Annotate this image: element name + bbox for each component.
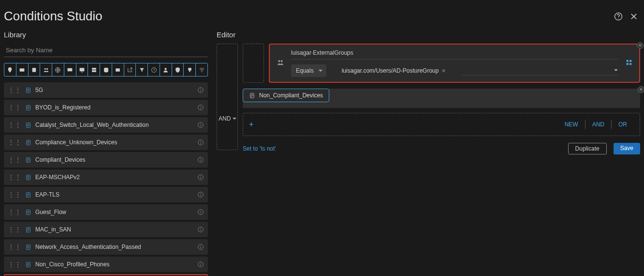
svg-rect-3 — [32, 68, 36, 72]
condition-label: Catalyst_Switch_Local_Web_Authentication — [35, 122, 193, 128]
condition-label: Non_Cisco_Profiled_Phones — [35, 261, 193, 268]
drag-handle-icon[interactable]: ⋮⋮ — [8, 86, 21, 94]
svg-point-1 — [618, 18, 618, 18]
condition-item[interactable]: ⋮⋮Non_Cisco_Profiled_Phones — [4, 257, 208, 272]
value-chip[interactable]: luisagar.com/Users/AD-PostureGroup ✕ — [339, 66, 449, 76]
condition-item[interactable]: ⋮⋮Guest_Flow — [4, 204, 208, 220]
group-drop-zone[interactable] — [217, 44, 238, 150]
filter-desktop-icon[interactable] — [64, 63, 76, 76]
attribute-picker-icon[interactable] — [626, 59, 632, 67]
help-icon[interactable] — [614, 12, 623, 21]
condition-label: 5G — [35, 87, 193, 93]
svg-rect-57 — [627, 63, 629, 65]
filter-external-icon[interactable] — [124, 63, 136, 76]
remove-rule-icon[interactable]: ✕ — [637, 42, 644, 49]
info-icon[interactable] — [197, 87, 204, 93]
condition-item[interactable]: ⋮⋮EAP-TLS — [4, 187, 208, 202]
toggle-is-not[interactable]: Set to 'Is not' — [243, 145, 276, 152]
filter-user-icon[interactable] — [160, 63, 172, 76]
condition-icon — [25, 105, 31, 111]
save-button[interactable]: Save — [614, 143, 640, 154]
info-icon[interactable] — [197, 226, 204, 233]
drag-handle-icon[interactable]: ⋮⋮ — [8, 226, 21, 233]
info-icon[interactable] — [197, 191, 204, 198]
svg-rect-9 — [81, 72, 83, 72]
drag-handle-icon[interactable]: ⋮⋮ — [8, 173, 21, 181]
op-or-button[interactable]: OR — [612, 120, 634, 129]
svg-point-49 — [200, 263, 201, 263]
condition-icon — [25, 139, 31, 146]
drag-handle-icon[interactable]: ⋮⋮ — [8, 138, 21, 146]
svg-point-54 — [281, 60, 283, 62]
filter-clock-icon[interactable] — [148, 63, 160, 76]
remove-rule-2-icon[interactable]: ✕ — [638, 86, 644, 93]
join-operator-label: AND — [219, 115, 231, 122]
filter-device-icon[interactable] — [29, 63, 41, 76]
info-icon[interactable] — [197, 139, 204, 146]
value-dropdown[interactable] — [461, 66, 619, 76]
condition-item[interactable]: ⋮⋮Non_Compliant_Devices — [4, 274, 208, 276]
condition-label: EAP-MSCHAPv2 — [35, 174, 193, 181]
filter-badge-icon[interactable] — [16, 63, 29, 76]
drag-handle-icon[interactable]: ⋮⋮ — [8, 243, 21, 251]
join-operator-dropdown[interactable]: AND — [219, 115, 236, 122]
condition-label: EAP-TLS — [35, 191, 193, 198]
filter-storage-icon[interactable] — [112, 63, 124, 76]
condition-item[interactable]: ⋮⋮Compliance_Unknown_Devices — [4, 135, 208, 150]
condition-item[interactable]: ⋮⋮Catalyst_Switch_Local_Web_Authenticati… — [4, 117, 208, 133]
info-icon[interactable] — [197, 261, 204, 268]
drag-handle-icon[interactable]: ⋮⋮ — [8, 156, 21, 164]
drag-handle-icon[interactable]: ⋮⋮ — [8, 208, 21, 216]
svg-point-25 — [200, 123, 201, 124]
svg-rect-55 — [627, 60, 629, 62]
rule-block-1[interactable]: luisagar·ExternalGroups Equals luisagar.… — [269, 44, 640, 83]
info-icon[interactable] — [197, 156, 204, 163]
condition-item[interactable]: ⋮⋮EAP-MSCHAPv2 — [4, 169, 208, 185]
add-condition-button[interactable]: + — [249, 120, 253, 129]
drag-handle-icon[interactable]: ⋮⋮ — [8, 121, 21, 129]
filter-location-icon[interactable] — [4, 63, 16, 76]
filter-server-icon[interactable] — [88, 63, 100, 76]
filter-monitor-icon[interactable] — [76, 63, 88, 76]
condition-item[interactable]: ⋮⋮5G — [4, 82, 208, 98]
filter-filter-icon[interactable] — [136, 63, 148, 76]
condition-item[interactable]: ⋮⋮Network_Access_Authentication_Passed — [4, 239, 208, 255]
add-condition-row: + NEW AND OR — [243, 113, 640, 136]
svg-point-28 — [200, 141, 201, 141]
info-icon[interactable] — [197, 209, 204, 215]
svg-rect-7 — [68, 68, 73, 71]
info-icon[interactable] — [197, 174, 204, 181]
svg-point-4 — [44, 68, 45, 69]
close-icon[interactable] — [629, 12, 638, 21]
duplicate-button[interactable]: Duplicate — [568, 143, 607, 154]
svg-rect-2 — [20, 68, 25, 72]
condition-item[interactable]: ⋮⋮BYOD_is_Registered — [4, 100, 208, 115]
op-new-button[interactable]: NEW — [558, 120, 585, 129]
drag-handle-icon[interactable]: ⋮⋮ — [8, 261, 21, 268]
drag-handle-icon[interactable]: ⋮⋮ — [8, 104, 21, 111]
op-and-button[interactable]: AND — [585, 120, 612, 129]
condition-item[interactable]: ⋮⋮Compliant_Devices — [4, 152, 208, 168]
info-icon[interactable] — [197, 244, 204, 250]
info-icon[interactable] — [197, 104, 204, 111]
rule-drop-slot[interactable] — [243, 44, 264, 83]
filter-port-icon[interactable] — [184, 63, 196, 76]
svg-point-15 — [165, 68, 167, 70]
filter-group-icon[interactable] — [40, 63, 52, 76]
condition-icon — [25, 157, 31, 163]
condition-item[interactable]: ⋮⋮MAC_in_SAN — [4, 222, 208, 237]
info-icon[interactable] — [197, 122, 204, 128]
drag-handle-icon[interactable]: ⋮⋮ — [8, 191, 21, 199]
svg-point-5 — [46, 68, 48, 69]
operator-select[interactable]: Equals — [291, 64, 326, 77]
rule-block-2[interactable]: Non_Compliant_Devices — [243, 89, 329, 102]
filter-wifi-icon[interactable] — [196, 63, 207, 76]
filter-database-icon[interactable] — [100, 63, 112, 76]
svg-point-22 — [200, 106, 201, 107]
filter-globe-icon[interactable] — [52, 63, 64, 76]
filter-shield-icon[interactable] — [172, 63, 184, 76]
value-chip-label: luisagar.com/Users/AD-PostureGroup — [342, 67, 439, 74]
chip-remove-icon[interactable]: ✕ — [441, 68, 446, 74]
rule-attribute[interactable]: luisagar·ExternalGroups — [291, 49, 619, 60]
search-input[interactable] — [4, 44, 208, 57]
